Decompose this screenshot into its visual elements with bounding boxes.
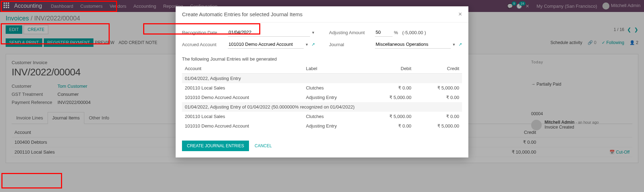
journal-line: 200110 Local SalesClutches₹ 5,000.00₹ 0.…: [182, 112, 462, 121]
journal-line: 200110 Local SalesClutches₹ 0.00₹ 5,000.…: [182, 83, 462, 93]
external-link-icon[interactable]: ↗: [458, 42, 462, 47]
create-journal-entries-button[interactable]: CREATE JOURNAL ENTRIES: [182, 141, 249, 151]
group-header: 01/04/2022, Adjusting Entry of 01/04/202…: [182, 102, 462, 112]
journal-label: Journal: [329, 42, 375, 47]
recognition-date-input[interactable]: [228, 28, 310, 37]
cancel-button[interactable]: CANCEL: [255, 143, 272, 148]
group-header: 01/04/2022, Adjusting Entry: [182, 74, 462, 83]
caret-down-icon[interactable]: ▼: [305, 43, 309, 47]
jt-col-label: Label: [303, 64, 366, 74]
journal-line: 101010 Demo Accrued AccountAdjusting Ent…: [182, 121, 462, 131]
modal-close-icon[interactable]: ×: [458, 11, 462, 18]
adjusting-amount-display: (-5,000.00 ): [400, 29, 429, 37]
modal-dialog: Create Automatic Entries for selected Jo…: [176, 6, 468, 157]
recognition-date-label: Recognition Date: [182, 30, 228, 35]
highlight-title: [1, 1, 117, 12]
journal-preview-table: Account Label Debit Credit 01/04/2022, A…: [182, 64, 462, 131]
preview-label: The following Journal Entries will be ge…: [182, 56, 462, 62]
caret-down-icon[interactable]: ▼: [311, 31, 315, 35]
modal-title: Create Automatic Entries for selected Jo…: [182, 11, 303, 17]
accrued-account-label: Accrued Account: [182, 42, 228, 47]
adjusting-amount-label: Adjusting Amount: [329, 30, 375, 35]
external-link-icon[interactable]: ↗: [311, 42, 315, 47]
accrued-account-input[interactable]: [228, 40, 304, 49]
adjusting-amount-input[interactable]: [375, 28, 393, 37]
percent-label: %: [394, 30, 398, 35]
journal-input[interactable]: [375, 40, 451, 49]
modal-overlay: Create Automatic Entries for selected Jo…: [0, 0, 644, 166]
caret-down-icon[interactable]: ▼: [452, 43, 456, 47]
jt-col-credit: Credit: [414, 64, 462, 74]
highlight-left-fields: [1, 23, 110, 44]
journal-line: 101010 Demo Accrued AccountAdjusting Ent…: [182, 93, 462, 102]
jt-col-account: Account: [182, 64, 303, 74]
jt-col-debit: Debit: [366, 64, 414, 74]
